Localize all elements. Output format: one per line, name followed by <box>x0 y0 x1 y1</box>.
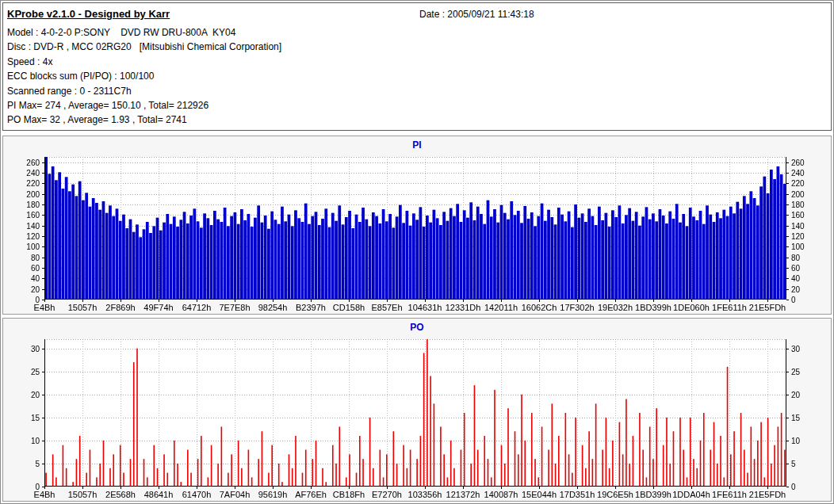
info-line-speed: Speed : 4x <box>3 55 831 69</box>
po-chart-canvas <box>3 334 831 501</box>
title-row: KProbe v2.1.0 - Designed by Karr Date : … <box>3 3 831 25</box>
pi-chart-panel: PI <box>2 136 832 315</box>
scan-info-list: Model : 4-0-2-0 P:SONY DVD RW DRU-800A K… <box>3 25 831 128</box>
info-line-pi-stats: PI Max= 274 , Average= 150.10 , Total= 2… <box>3 98 831 113</box>
scan-date: Date : 2005/09/21 11:43:18 <box>419 9 534 20</box>
header-panel: KProbe v2.1.0 - Designed by Karr Date : … <box>2 2 832 131</box>
pi-chart-title: PI <box>3 136 831 152</box>
po-chart-panel: PO <box>2 318 832 502</box>
app-title: KProbe v2.1.0 - Designed by Karr <box>7 8 170 20</box>
info-line-model: Model : 4-0-2-0 P:SONY DVD RW DRU-800A K… <box>3 25 831 40</box>
info-line-po-stats: PO Max= 32 , Average= 1.93 , Total= 2741 <box>3 113 831 127</box>
info-line-disc: Disc : DVD-R , MCC 02RG20 [Mitsubishi Ch… <box>3 40 831 54</box>
kprobe-window: KProbe v2.1.0 - Designed by Karr Date : … <box>0 0 834 504</box>
pi-chart-canvas <box>3 152 831 314</box>
info-line-ecc: ECC blocks sum (PI/PO) : 100/100 <box>3 69 831 83</box>
info-line-range: Scanned range : 0 - 2311C7h <box>3 84 831 98</box>
po-chart-title: PO <box>3 319 831 334</box>
